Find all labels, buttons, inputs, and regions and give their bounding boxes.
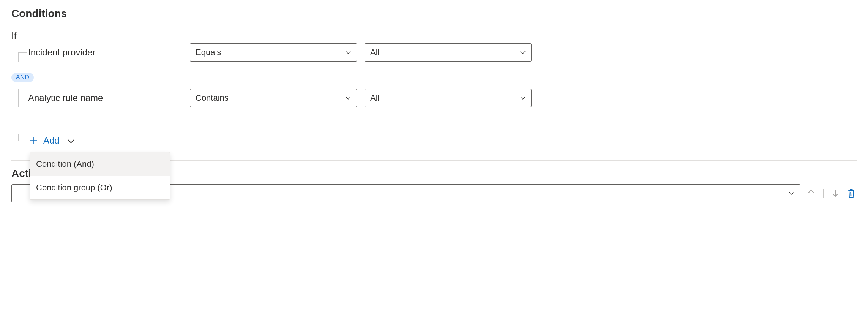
condition-property-label: Analytic rule name xyxy=(27,93,190,103)
add-button-label: Add xyxy=(43,135,60,146)
add-condition-row: Add Condition (And) Condition group (Or) xyxy=(11,134,857,147)
add-condition-button[interactable]: Add xyxy=(27,134,75,147)
operator-select[interactable]: Contains xyxy=(190,89,357,107)
value-select[interactable]: All xyxy=(365,43,532,62)
condition-row: Analytic rule name Contains All xyxy=(11,89,857,107)
delete-button[interactable] xyxy=(846,188,857,199)
operator-select-value: Equals xyxy=(196,47,221,57)
chevron-down-icon xyxy=(520,95,526,101)
value-select[interactable]: All xyxy=(365,89,532,107)
move-up-button[interactable] xyxy=(806,188,816,199)
chevron-down-icon xyxy=(67,137,75,144)
menu-item-condition-and[interactable]: Condition (And) xyxy=(30,152,170,176)
chevron-down-icon xyxy=(789,190,795,196)
plus-icon xyxy=(30,136,38,145)
tree-connector-icon xyxy=(11,89,27,107)
and-operator-badge: AND xyxy=(11,73,34,82)
tree-connector-icon xyxy=(11,134,27,147)
chevron-down-icon xyxy=(345,49,351,55)
add-condition-menu: Condition (And) Condition group (Or) xyxy=(30,152,170,200)
operator-select-value: Contains xyxy=(196,93,229,103)
operator-select[interactable]: Equals xyxy=(190,43,357,62)
conditions-title: Conditions xyxy=(11,8,857,20)
value-select-value: All xyxy=(370,93,379,103)
condition-row: Incident provider Equals All xyxy=(11,43,857,62)
chevron-down-icon xyxy=(520,49,526,55)
move-down-button[interactable] xyxy=(830,188,841,199)
menu-item-condition-group-or[interactable]: Condition group (Or) xyxy=(30,176,170,199)
if-label: If xyxy=(11,30,857,41)
condition-property-label: Incident provider xyxy=(27,47,190,58)
conditions-block: Incident provider Equals All AND Analyti… xyxy=(11,43,857,147)
chevron-down-icon xyxy=(345,95,351,101)
value-select-value: All xyxy=(370,47,379,57)
move-divider-icon xyxy=(818,188,829,199)
tree-connector-icon xyxy=(11,43,27,62)
